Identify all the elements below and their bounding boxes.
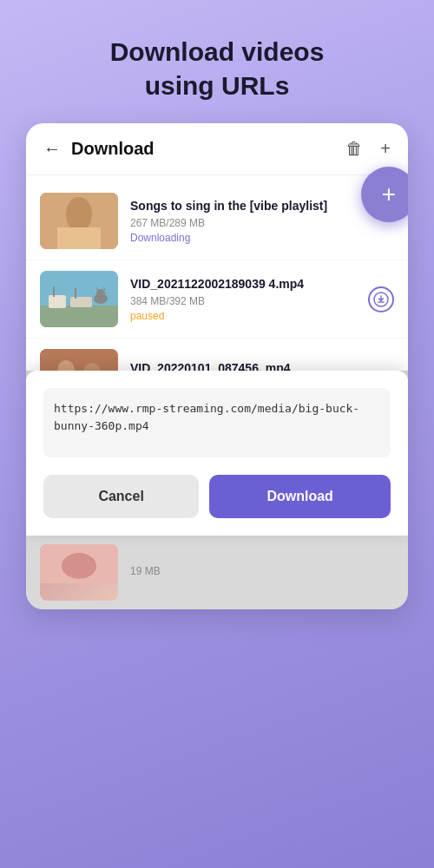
item-size: 267 MB/289 MB (130, 217, 394, 229)
item-status: paused (130, 310, 394, 322)
page-title: Download videos using URLs (93, 35, 342, 102)
download-button[interactable]: Download (209, 475, 391, 518)
partial-list-item[interactable]: 19 MB (26, 536, 408, 609)
item-name: Songs to sing in the [vibe playlist] (130, 198, 394, 215)
card-header: ← Download 🗑 + (26, 123, 408, 175)
dialog-box: Cancel Download (26, 371, 408, 536)
title-line2: using URLs (145, 71, 290, 100)
dialog-buttons: Cancel Download (43, 461, 391, 536)
svg-rect-5 (40, 306, 118, 327)
item-size: 19 MB (130, 565, 394, 577)
svg-rect-1 (40, 193, 118, 227)
fab-plus-icon: + (382, 181, 396, 208)
item-info: Songs to sing in the [vibe playlist] 267… (130, 198, 394, 245)
item-status: Downloading (130, 232, 394, 244)
add-icon[interactable]: + (380, 139, 391, 159)
svg-point-2 (63, 200, 95, 238)
svg-rect-3 (66, 206, 92, 219)
svg-rect-6 (49, 295, 66, 308)
thumbnail (40, 271, 118, 327)
svg-point-11 (96, 289, 105, 298)
svg-rect-9 (75, 288, 76, 299)
title-line1: Download videos (110, 37, 325, 66)
item-size: 384 MB/392 MB (130, 295, 394, 307)
svg-rect-8 (70, 297, 92, 307)
thumbnail (40, 193, 118, 249)
list-item[interactable]: Songs to sing in the [vibe playlist] 267… (26, 182, 408, 260)
svg-rect-0 (40, 193, 118, 249)
url-input[interactable] (43, 388, 391, 457)
thumbnail (40, 544, 118, 601)
svg-rect-7 (53, 286, 55, 297)
item-name: VID_2021122002189039 4.mp4 (130, 276, 394, 293)
item-info: 19 MB (130, 565, 394, 580)
dialog-overlay: Cancel Download 19 MB (26, 371, 408, 609)
list-item[interactable]: VID_2021122002189039 4.mp4 384 MB/392 MB… (26, 260, 408, 339)
card-title: Download (71, 139, 328, 159)
item-info: VID_2021122002189039 4.mp4 384 MB/392 MB… (130, 276, 394, 323)
item-action[interactable] (368, 286, 394, 312)
delete-icon[interactable]: 🗑 (345, 139, 363, 159)
main-card: ← Download 🗑 + + Songs to sing in the [v… (26, 123, 408, 609)
back-icon[interactable]: ← (43, 139, 61, 159)
download-circle-icon[interactable] (368, 286, 394, 312)
svg-point-33 (62, 553, 96, 579)
cancel-button[interactable]: Cancel (43, 475, 199, 518)
